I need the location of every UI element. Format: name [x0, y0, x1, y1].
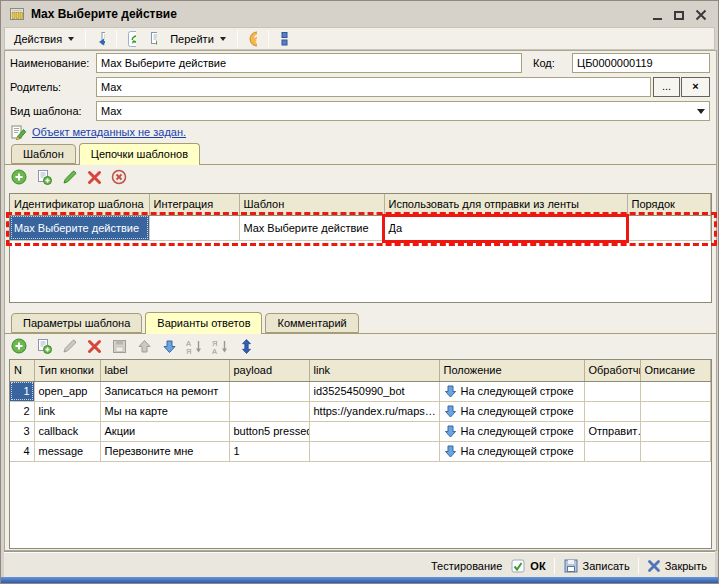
sort-desc-button-disabled[interactable]: ЯА [211, 337, 230, 355]
cell-description[interactable] [640, 441, 711, 461]
reread-button[interactable] [92, 30, 110, 48]
cell-label[interactable]: Перезвоните мне [100, 441, 229, 461]
col-order[interactable]: Порядок [627, 194, 711, 215]
cell-integration[interactable] [149, 215, 239, 240]
cell-payload[interactable]: button5 pressed [229, 421, 309, 441]
col-handler[interactable]: Обработчик [584, 360, 640, 381]
answers-row[interactable]: 1 open_app Записаться на ремонт id352545… [10, 381, 711, 401]
cell-link[interactable]: https://yandex.ru/maps… [309, 401, 439, 421]
cell-button-type[interactable]: message [34, 441, 100, 461]
delete-button[interactable] [85, 337, 103, 355]
col-integration[interactable]: Интеграция [149, 194, 239, 215]
cell-description[interactable] [640, 381, 711, 401]
cell-use-from-feed[interactable]: Да [384, 215, 627, 240]
edit-button-disabled[interactable] [60, 337, 78, 355]
cell-handler[interactable] [584, 441, 640, 461]
tab-template-params[interactable]: Параметры шаблона [11, 313, 142, 333]
copy-button[interactable] [35, 168, 53, 186]
answers-row[interactable]: 3 callback Акции button5 pressed На след… [10, 421, 711, 441]
cell-handler[interactable] [584, 381, 640, 401]
add-button[interactable] [10, 168, 28, 186]
name-input[interactable] [96, 53, 522, 73]
code-input[interactable] [572, 53, 710, 73]
finish-edit-button-disabled[interactable] [110, 337, 128, 355]
mark-delete-button[interactable] [110, 168, 128, 186]
cell-order[interactable] [627, 215, 711, 240]
cell-link[interactable] [309, 441, 439, 461]
actions-button[interactable]: Действия [9, 30, 79, 48]
reorder-button[interactable] [237, 337, 255, 355]
col-use-from-feed[interactable]: Использовать для отправки из ленты [384, 194, 627, 215]
tab-template-chains[interactable]: Цепочки шаблонов [79, 143, 200, 165]
cell-payload[interactable] [229, 401, 309, 421]
close-button[interactable] [693, 7, 709, 21]
cell-button-type[interactable]: link [34, 401, 100, 421]
edit-button[interactable] [60, 168, 78, 186]
copy-button[interactable] [35, 337, 53, 355]
col-label[interactable]: label [100, 360, 229, 381]
tab-answer-options[interactable]: Варианты ответов [145, 312, 262, 334]
cell-position[interactable]: На следующей строке [439, 381, 584, 401]
cell-position[interactable]: На следующей строке [439, 401, 584, 421]
template-kind-dropdown-button[interactable] [693, 104, 708, 118]
structure-button[interactable] [275, 30, 293, 48]
maximize-button[interactable] [671, 7, 687, 21]
chains-row[interactable]: Max Выберите действие Max Выберите дейст… [10, 215, 711, 240]
answers-row[interactable]: 2 link Мы на карте https://yandex.ru/map… [10, 401, 711, 421]
cell-template-id[interactable]: Max Выберите действие [10, 215, 149, 240]
goto-button[interactable]: Перейти [165, 30, 231, 48]
cell-n[interactable]: 3 [10, 421, 34, 441]
open-new-button[interactable] [144, 30, 162, 48]
add-button[interactable] [10, 337, 28, 355]
delete-button[interactable] [85, 168, 103, 186]
cell-link[interactable] [309, 421, 439, 441]
cell-link[interactable]: id3525450990_bot [309, 381, 439, 401]
cell-template[interactable]: Max Выберите действие [239, 215, 384, 240]
answers-row[interactable]: 4 message Перезвоните мне 1 На следующей… [10, 441, 711, 461]
col-template-id[interactable]: Идентификатор шаблона [10, 194, 149, 215]
col-description[interactable]: Описание [640, 360, 711, 381]
template-kind-input[interactable] [96, 101, 710, 121]
cell-handler[interactable]: Отправит… [584, 421, 640, 441]
cell-payload[interactable]: 1 [229, 441, 309, 461]
cell-description[interactable] [640, 401, 711, 421]
cell-button-type[interactable]: open_app [34, 381, 100, 401]
bottom-tabstrip: Параметры шаблона Варианты ответов Комме… [7, 312, 716, 334]
col-template[interactable]: Шаблон [239, 194, 384, 215]
col-position[interactable]: Положение [439, 360, 584, 381]
col-link[interactable]: link [309, 360, 439, 381]
cell-n[interactable]: 4 [10, 441, 34, 461]
sort-asc-button-disabled[interactable]: АЯ [185, 337, 204, 355]
parent-clear-button[interactable]: × [681, 77, 710, 97]
cell-n[interactable]: 2 [10, 401, 34, 421]
cell-description[interactable] [640, 421, 711, 441]
testing-button[interactable]: Тестирование [431, 560, 502, 572]
save-button[interactable]: Записать [563, 558, 630, 574]
refresh-button[interactable] [123, 30, 141, 48]
parent-input[interactable] [96, 77, 651, 97]
cell-label[interactable]: Мы на карте [100, 401, 229, 421]
cell-payload[interactable] [229, 381, 309, 401]
cell-handler[interactable] [584, 401, 640, 421]
metadata-link[interactable]: Объект метаданных не задан. [32, 126, 186, 138]
ok-button[interactable]: ОК [510, 558, 545, 574]
parent-select-button[interactable]: ... [653, 77, 680, 97]
move-up-button-disabled[interactable] [135, 337, 153, 355]
cell-n[interactable]: 1 [10, 381, 34, 401]
answers-panel: АЯ ЯА N Тип кнопки label payload [5, 333, 716, 550]
template-kind-label: Вид шаблона: [10, 105, 82, 117]
cell-label[interactable]: Акции [100, 421, 229, 441]
cell-button-type[interactable]: callback [34, 421, 100, 441]
tab-comment[interactable]: Комментарий [265, 313, 358, 333]
tab-template[interactable]: Шаблон [11, 144, 76, 164]
close-form-button[interactable]: Закрыть [647, 559, 707, 573]
col-payload[interactable]: payload [229, 360, 309, 381]
cell-label[interactable]: Записаться на ремонт [100, 381, 229, 401]
cell-position[interactable]: На следующей строке [439, 441, 584, 461]
minimize-button[interactable] [649, 7, 665, 21]
col-button-type[interactable]: Тип кнопки [34, 360, 100, 381]
move-down-button[interactable] [160, 337, 178, 355]
col-n[interactable]: N [10, 360, 34, 381]
help-button[interactable]: ? [244, 30, 262, 48]
cell-position[interactable]: На следующей строке [439, 421, 584, 441]
